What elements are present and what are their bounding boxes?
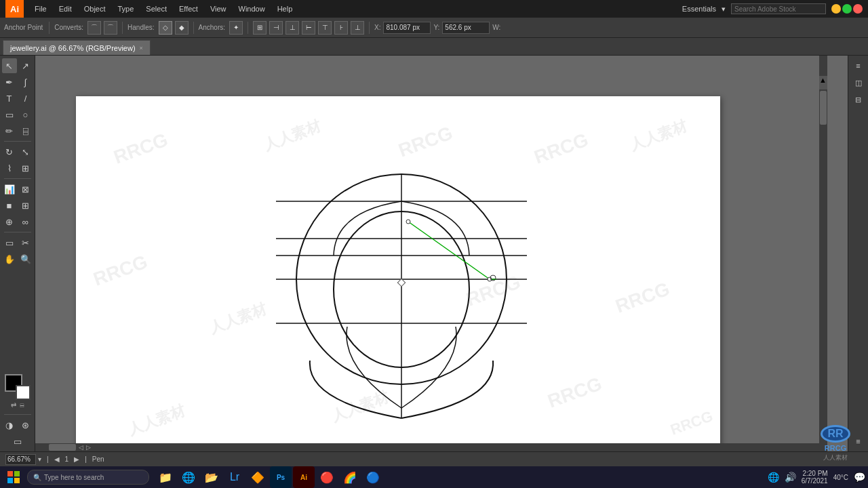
minimize-button[interactable]	[831, 4, 841, 14]
stock-search-input[interactable]	[731, 3, 826, 14]
taskbar-search[interactable]: 🔍 Type here to search	[27, 470, 149, 485]
maximize-button[interactable]	[842, 4, 852, 14]
align-vcenter-btn[interactable]: ⊦	[334, 21, 348, 35]
menu-window[interactable]: Window	[233, 3, 271, 14]
h-scroll-thumb[interactable]	[49, 444, 76, 451]
converts-label: Converts:	[54, 24, 83, 31]
pen-tool-button[interactable]: ✒	[2, 75, 17, 89]
app-logo: Ai	[5, 0, 24, 18]
menu-view[interactable]: View	[205, 3, 232, 14]
align-center-btn[interactable]: ⊥	[285, 21, 299, 35]
zoom-input[interactable]	[5, 454, 36, 465]
svg-text:人人素材: 人人素材	[125, 402, 188, 439]
column-graph-button[interactable]: 📊	[2, 182, 17, 197]
scroll-up-button[interactable]: ▲	[819, 76, 827, 89]
eyedropper-tool-button[interactable]: ⊕	[2, 214, 17, 229]
anchors-btn-1[interactable]: ✦	[229, 21, 243, 35]
taskbar-illustrator[interactable]: Ai	[293, 466, 315, 488]
layers-button[interactable]: ◫	[851, 75, 866, 90]
menu-file[interactable]: File	[29, 3, 52, 14]
edit-colors-button[interactable]: ◑	[2, 418, 17, 432]
menu-type[interactable]: Type	[113, 3, 140, 14]
scale-tool-button[interactable]: ⤡	[18, 144, 33, 159]
taskbar-time: 2:20 PM	[802, 470, 828, 477]
horizontal-scrollbar[interactable]: ◁ ▷	[35, 443, 819, 451]
tab-close-button[interactable]: ×	[140, 45, 143, 52]
document-tab[interactable]: jewellery.ai @ 66.67% (RGB/Preview) ×	[3, 40, 151, 55]
none-color-button[interactable]: □	[20, 402, 24, 409]
stroke-color-swatch[interactable]	[16, 385, 31, 400]
graph-type-button[interactable]: ⊠	[18, 182, 33, 197]
taskbar-edge[interactable]: 🌐	[178, 466, 199, 488]
menu-effect[interactable]: Effect	[174, 3, 203, 14]
taskbar-photoshop[interactable]: Ps	[270, 466, 292, 488]
workspace-label[interactable]: Essentials	[682, 5, 716, 13]
taskbar-chrome[interactable]: 🌈	[339, 466, 361, 488]
workspace-chevron-icon[interactable]: ▾	[722, 5, 726, 14]
zoom-chevron-icon[interactable]: ▾	[38, 455, 41, 463]
blend-tool-button[interactable]: ∞	[18, 214, 33, 229]
taskbar-file-explorer[interactable]: 📁	[155, 466, 176, 488]
artboard-tool-button[interactable]: ▭	[2, 235, 17, 250]
layer-tools: ▭	[10, 434, 25, 449]
gradient-tool-button[interactable]: ■	[2, 198, 17, 213]
menu-select[interactable]: Select	[140, 3, 172, 14]
swap-fill-stroke-button[interactable]: ⇄	[11, 401, 16, 409]
x-coord-input[interactable]	[383, 22, 431, 34]
convert-btn-1[interactable]: ⌒	[87, 21, 101, 35]
selection-tool-button[interactable]: ↖	[2, 58, 17, 73]
vertical-scrollbar[interactable]: ▲	[819, 56, 827, 451]
paint-brush-tool-button[interactable]: ⌸	[18, 123, 33, 138]
libraries-button[interactable]: ⊟	[851, 92, 866, 107]
pencil-tools: ✏ ⌸	[2, 123, 33, 138]
transform-btn[interactable]: ⊞	[253, 21, 267, 35]
rectangle-tool-button[interactable]: ▭	[2, 107, 17, 122]
taskbar-volume-icon[interactable]: 🔊	[785, 472, 796, 483]
mesh-tool-button[interactable]: ⊞	[18, 198, 33, 213]
layer-panel-button[interactable]: ▭	[10, 434, 25, 449]
separator-1	[49, 22, 50, 34]
menu-help[interactable]: Help	[272, 3, 298, 14]
taskbar-lightroom[interactable]: Lr	[224, 466, 245, 488]
convert-btn-2[interactable]: ⌒	[104, 21, 117, 35]
svg-text:人人素材: 人人素材	[260, 117, 323, 154]
zoom-tool-button[interactable]: 🔍	[18, 251, 33, 266]
align-left-btn[interactable]: ⊣	[269, 21, 283, 35]
rotate-tool-button[interactable]: ↻	[2, 144, 17, 159]
curvature-tool-button[interactable]: ∫	[18, 75, 33, 89]
symbol-sprayer-button[interactable]: ⊛	[18, 418, 33, 432]
menu-object[interactable]: Object	[79, 3, 111, 14]
direct-selection-tool-button[interactable]: ↗	[18, 58, 33, 73]
align-right-btn[interactable]: ⊢	[302, 21, 315, 35]
scroll-thumb[interactable]	[820, 91, 827, 125]
taskbar-unknown-app[interactable]: 🔶	[247, 466, 269, 488]
menu-edit[interactable]: Edit	[54, 3, 77, 14]
ellipse-tool-button[interactable]: ○	[18, 107, 33, 122]
artboard-nav-prev[interactable]: ◀	[54, 455, 60, 463]
pencil-tool-button[interactable]: ✏	[2, 123, 17, 138]
y-coord-input[interactable]	[442, 22, 490, 34]
properties-button[interactable]: ≡	[851, 58, 866, 73]
taskbar-browser[interactable]: 🔴	[316, 466, 338, 488]
free-transform-button[interactable]: ⊞	[18, 161, 33, 176]
align-bottom-btn[interactable]: ⊥	[351, 21, 364, 35]
taskbar-unknown-2[interactable]: 🔵	[362, 466, 384, 488]
line-tool-button[interactable]: /	[18, 91, 33, 106]
start-button[interactable]	[3, 466, 24, 488]
taskbar-time-date[interactable]: 2:20 PM 6/7/2021	[802, 470, 828, 485]
hand-tool-button[interactable]: ✋	[2, 251, 17, 266]
warp-tool-button[interactable]: ⌇	[2, 161, 17, 176]
handles-btn-1[interactable]: ◇	[159, 21, 172, 35]
align-top-btn[interactable]: ⊤	[318, 21, 332, 35]
taskbar-file-manager[interactable]: 📂	[201, 466, 222, 488]
fill-stroke-selector[interactable]	[5, 374, 31, 400]
close-button[interactable]	[853, 4, 863, 14]
taskbar-notification-icon[interactable]: 💬	[854, 472, 865, 483]
slice-tool-button[interactable]: ✂	[18, 235, 33, 250]
type-tool-button[interactable]: T	[2, 91, 17, 106]
canvas-area: RRCG 人人素材 RRCG RRCG 人人素材 RRCG 人人素材 RRCG …	[35, 56, 848, 451]
handles-btn-2[interactable]: ◆	[175, 21, 189, 35]
taskbar-network-icon[interactable]: 🌐	[768, 472, 779, 483]
scroll-right-btn[interactable]: ▷	[86, 444, 91, 451]
artboard-nav-next[interactable]: ▶	[74, 455, 79, 463]
